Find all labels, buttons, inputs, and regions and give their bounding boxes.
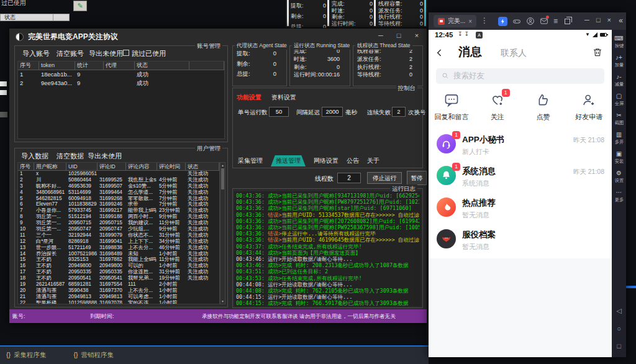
table-row[interactable]: 15王不奶932515331697882我能上全s吗11分钟前关注成功 (18, 257, 219, 263)
message-item-app-secretary[interactable]: 1 APP小秘书 新人打卡 昨天 21:08 (429, 130, 612, 162)
tab-contacts[interactable]: 联系人 (501, 48, 527, 59)
restore-window-icon[interactable] (563, 17, 571, 25)
stop-run-button[interactable]: 停止运行 (367, 172, 402, 184)
table-row[interactable]: 18王不奶2095054120950541我帮兄弟...19分钟前关注成功 (18, 275, 219, 281)
sidebar-item-volume-down[interactable]: ♪-减量 (614, 73, 624, 88)
emulator-minimize-button[interactable]: ─ (584, 16, 589, 24)
table-row[interactable]: 434806689615311469931699464怎么学道...7分钟前关注… (18, 189, 219, 196)
sidebar-item-volume-up[interactable]: ♪+加量 (614, 54, 624, 68)
column-header[interactable]: 序号 (18, 61, 39, 70)
scroll-up-icon[interactable]: ▲ (220, 163, 225, 167)
table-row[interactable]: 10羽丘第一...2095074720950747少玩组,...9分钟前关注成功 (18, 226, 219, 232)
thread-count-input[interactable]: 2 (337, 173, 361, 183)
search-input[interactable]: 搜索好友 (436, 68, 604, 84)
table-row[interactable]: 118ecab1b...9成功 (18, 70, 224, 79)
boost-icon[interactable] (498, 17, 507, 26)
table-row[interactable]: 9羽丘第一...2095071520950715我的建议...11分钟前关注成功 (18, 220, 219, 226)
toolbar-button[interactable]: 清空数据 (57, 152, 84, 161)
column-header[interactable]: 评论内容 (126, 163, 157, 170)
nav-back-icon[interactable]: ◁ (616, 307, 621, 315)
ide-tab[interactable]: {}采集程序集 (6, 351, 47, 360)
sidebar-item-more[interactable]: ⋯更多 (614, 189, 624, 203)
table-row[interactable]: 20清酒与茶359043831697370上不去分...1小时前 (18, 288, 219, 294)
sidebar-item-install-apk[interactable]: ▣安装 (614, 150, 624, 165)
column-header[interactable]: 评论时间 (157, 163, 186, 170)
edit-icon[interactable]: ✎ (73, 1, 87, 11)
column-header[interactable]: 状态 (135, 61, 189, 70)
table-row[interactable]: 11三个一3219294431699079你状态不...31分钟前关注成功 (18, 232, 219, 239)
user-icon[interactable] (526, 17, 535, 25)
table-row[interactable]: 12白*星河828691831699041上上下下...34分钟前关注成功 (18, 239, 219, 245)
table-row[interactable]: 16王不奶2094980020949800可以的1小时前关注成功 (18, 263, 219, 269)
ide-tab[interactable]: {}营销程序集 (74, 351, 114, 360)
tab-close-icon[interactable]: × (468, 18, 472, 25)
message-item-service-record[interactable]: 服役档案 暂无消息 (429, 225, 612, 257)
minimize-button[interactable]: ─ (377, 32, 384, 39)
fail-count-input[interactable]: 2 (392, 107, 406, 117)
tab-资料设置[interactable]: 资料设置 (271, 93, 296, 102)
gamepad-icon[interactable] (512, 17, 521, 25)
close-button[interactable]: × (413, 32, 420, 39)
column-header[interactable]: 统计 (75, 61, 104, 70)
interval-delay-input[interactable]: 2000 (322, 107, 343, 117)
tab-功能设置[interactable]: 功能设置 (237, 93, 261, 102)
sidebar-item-screenshot[interactable]: ✂截图 (614, 112, 624, 126)
table-row[interactable]: 17王不奶2095033520950335你这连胜...31分钟前关注成功 (18, 269, 219, 275)
table-row[interactable]: 55462828156009491831699268零零散散...7分钟前关注成… (18, 196, 219, 202)
maximize-button[interactable]: □ (395, 32, 402, 39)
sidebar-item-multi-instance[interactable]: ▥多开 (614, 131, 624, 145)
message-item-system[interactable]: 1 系统消息 系统消息 昨天 21:08 (429, 162, 612, 194)
likes-button[interactable]: 点赞 (520, 89, 566, 127)
sidebar-item-settings[interactable]: ⚙设置 (614, 170, 624, 184)
table-row[interactable]: 19262141658768591281316975541112小时前 (18, 281, 219, 288)
tab-公告[interactable]: 公告 (347, 157, 359, 165)
column-header[interactable]: 状态 (186, 163, 219, 170)
column-header[interactable]: token (39, 61, 75, 70)
table-row[interactable]: 13世一步眼...5172114931698838上不去分...46分钟前关注成… (18, 245, 219, 251)
emulator-maximize-button[interactable]: □ (596, 16, 601, 24)
sidebar-item-fullscreen[interactable]: ▢全屏 (614, 93, 624, 107)
tab-推送管理[interactable]: 推送管理 (271, 155, 306, 166)
tab-关于[interactable]: 关于 (367, 157, 379, 165)
tab-messages[interactable]: 消息 (458, 44, 482, 60)
column-header[interactable]: UID (66, 163, 98, 170)
tab-采集管理[interactable]: 采集管理 (238, 157, 263, 165)
emulator-tab[interactable]: 完美... × (434, 15, 476, 27)
toolbar-button[interactable]: 导出未使用 (89, 49, 123, 58)
sidebar-item-keyboard[interactable]: ⌨按键 (614, 35, 624, 49)
table-row[interactable]: 6Eleven77101183882931699246求带7分钟前关注成功 (18, 201, 219, 207)
table-row[interactable]: 29ee943a0...9成功 (18, 79, 224, 88)
tab-menu-icon[interactable]: ⋮ (481, 16, 488, 25)
nav-recents-icon[interactable]: □ (617, 342, 621, 350)
column-header[interactable]: 评论ID (98, 163, 126, 170)
scroll-down-icon[interactable]: ▼ (220, 299, 225, 303)
menu-icon[interactable]: ≡ (553, 17, 558, 25)
back-icon[interactable] (435, 48, 445, 60)
tab-网络设置[interactable]: 网络设置 (314, 157, 338, 165)
clear-messages-icon[interactable] (592, 47, 603, 60)
table-row[interactable]: 7小吾是你...5793374531699217能带我上s吗23分钟前关注成功 (18, 207, 219, 214)
toolbar-button[interactable]: 导入数据 (21, 152, 48, 161)
friend-requests-button[interactable]: 好友申请 (566, 89, 612, 127)
toolbar-button[interactable]: 清空账号 (57, 49, 84, 58)
column-header[interactable] (189, 61, 224, 70)
table-row[interactable]: 21清酒与茶2094981320949813可以考虑...1小时前 (18, 294, 219, 300)
table-row[interactable]: 14乔治探长100752198631698489未知1小时前关注成功 (18, 251, 219, 257)
log-output[interactable]: 00:43:36: 成功>当前已采集到用户昵称[934713198]用户uid:… (234, 191, 421, 306)
runs-per-account-input[interactable]: 50 (269, 107, 289, 117)
collapse-sidebar-icon[interactable]: « (619, 16, 623, 25)
skip-used-checkbox[interactable] (123, 50, 129, 56)
column-header[interactable]: 代理 (104, 61, 135, 70)
table-row[interactable]: 22聖凤析楼101259888831697078宝的不连...1小时前 (18, 300, 219, 304)
follows-button[interactable]: 1 关注 (475, 89, 520, 127)
mail-icon[interactable] (540, 17, 548, 25)
message-item-hot[interactable]: 热点推荐 暂无消息 (429, 194, 612, 225)
pause-button[interactable]: 暂停 (407, 171, 427, 185)
reply-comments-button[interactable]: 回复和留言 (429, 89, 475, 127)
table-row[interactable]: 8羽丘第一...5151219431699188两百小时...9分钟前关注成功 (18, 214, 219, 220)
toolbar-button[interactable]: 导入账号 (22, 49, 50, 58)
column-header[interactable]: 用户昵称 (34, 163, 66, 170)
column-header[interactable]: 序号 (18, 163, 34, 170)
toolbar-button[interactable]: 导出未使用 (88, 152, 122, 161)
emulator-titlebar[interactable]: 完美... × ⋮ ≡ (429, 12, 626, 30)
